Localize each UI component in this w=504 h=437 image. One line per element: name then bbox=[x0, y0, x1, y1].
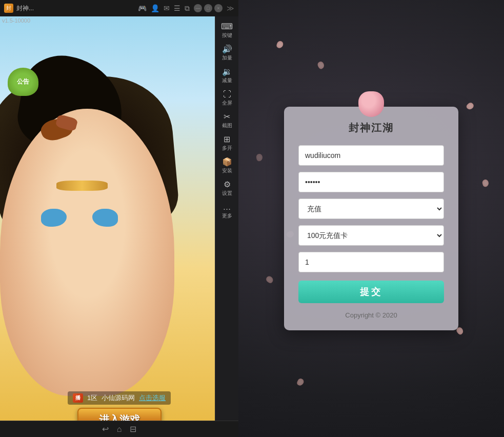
multiopen-icon: ⊞ bbox=[224, 135, 230, 144]
right-toolbar: ⌨ 按键 🔊 加量 🔉 减量 ⛶ 全屏 ✂ 截图 ⊞ 多开 📦 安装 ⚙ bbox=[215, 16, 238, 437]
volume-down-icon: 🔉 bbox=[222, 68, 232, 76]
copyright-text: Copyright © 2020 bbox=[298, 311, 444, 319]
toolbar-multiopen[interactable]: ⊞ 多开 bbox=[217, 132, 237, 155]
bottom-controls: ↩ ⌂ ⊟ bbox=[0, 421, 238, 437]
more-label: 更多 bbox=[222, 212, 232, 220]
right-panel: 封神江湖 充值 消费 转账 100元充值卡 50元充值卡 30元充值卡 10元充… bbox=[238, 0, 504, 437]
window-controls: 🎮 👤 ✉ ☰ ⧉ — □ × ≫ bbox=[138, 4, 234, 13]
menu-icon[interactable]: ☰ bbox=[174, 4, 180, 13]
volume-up-label: 加量 bbox=[222, 54, 232, 62]
type-select-group: 充值 消费 转账 bbox=[298, 198, 444, 219]
gamepad-icon[interactable]: 🎮 bbox=[138, 4, 147, 13]
close-button[interactable]: × bbox=[214, 4, 223, 12]
toolbar-more[interactable]: … 更多 bbox=[217, 200, 237, 223]
toolbar-settings[interactable]: ⚙ 设置 bbox=[217, 177, 237, 200]
install-icon: 📦 bbox=[222, 158, 232, 166]
keyboard-label: 按键 bbox=[222, 32, 232, 39]
character-art bbox=[0, 98, 238, 396]
server-action-link[interactable]: 点击选服 bbox=[139, 393, 166, 403]
install-label: 安装 bbox=[222, 167, 232, 174]
submit-button[interactable]: 提交 bbox=[298, 281, 444, 303]
screenshot-icon: ✂ bbox=[224, 113, 230, 121]
deco-circle bbox=[358, 91, 384, 117]
password-input[interactable] bbox=[298, 172, 444, 192]
keyboard-icon: ⌨ bbox=[221, 23, 233, 31]
expand-icon[interactable]: ≫ bbox=[227, 4, 234, 13]
fullscreen-label: 全屏 bbox=[222, 100, 232, 107]
toolbar-fullscreen[interactable]: ⛶ 全屏 bbox=[217, 87, 237, 110]
emulator-window: 封 封神... 🎮 👤 ✉ ☰ ⧉ — □ × ≫ v1.5-10000 bbox=[0, 0, 238, 437]
toolbar-screenshot[interactable]: ✂ 截图 bbox=[217, 110, 237, 132]
mail-icon[interactable]: ✉ bbox=[164, 4, 170, 13]
multiopen-label: 多开 bbox=[222, 145, 232, 152]
toolbar-keyboard[interactable]: ⌨ 按键 bbox=[217, 19, 237, 42]
back-button[interactable]: ↩ bbox=[102, 424, 109, 434]
toolbar-install[interactable]: 📦 安装 bbox=[217, 155, 237, 177]
form-card: 封神江湖 充值 消费 转账 100元充值卡 50元充值卡 30元充值卡 10元充… bbox=[284, 107, 458, 330]
game-viewport: 公告 播 1区 小仙源码网 点击选服 进入游戏 切换账号 bbox=[0, 16, 238, 437]
settings-label: 设置 bbox=[222, 190, 232, 197]
server-info: 播 1区 小仙源码网 点击选服 bbox=[68, 391, 171, 405]
announce-text: 公告 bbox=[17, 78, 29, 85]
password-group bbox=[298, 172, 444, 192]
maximize-button[interactable]: □ bbox=[204, 4, 212, 12]
user-icon[interactable]: 👤 bbox=[151, 4, 159, 13]
forehead-ornament bbox=[56, 181, 108, 191]
username-input[interactable] bbox=[298, 145, 444, 166]
screenshot-label: 截图 bbox=[222, 122, 232, 129]
toolbar-volume-down[interactable]: 🔉 减量 bbox=[217, 65, 237, 87]
volume-up-icon: 🔊 bbox=[222, 45, 232, 53]
char-eye-right bbox=[92, 209, 118, 227]
settings-icon: ⚙ bbox=[224, 181, 231, 189]
quantity-input[interactable] bbox=[298, 252, 444, 272]
username-group bbox=[298, 145, 444, 166]
more-icon: … bbox=[223, 203, 231, 211]
volume-down-label: 减量 bbox=[222, 77, 232, 84]
app-icon: 封 bbox=[4, 4, 13, 13]
server-badge: 播 bbox=[73, 393, 83, 403]
window-title: 封神... bbox=[16, 4, 135, 13]
server-name: 小仙源码网 bbox=[102, 393, 135, 403]
home-button[interactable]: ⌂ bbox=[117, 425, 122, 434]
card-select[interactable]: 100元充值卡 50元充值卡 30元充值卡 10元充值卡 bbox=[298, 225, 444, 246]
title-bar: 封 封神... 🎮 👤 ✉ ☰ ⧉ — □ × ≫ bbox=[0, 0, 238, 16]
apps-button[interactable]: ⊟ bbox=[130, 424, 136, 434]
toolbar-volume-up[interactable]: 🔊 加量 bbox=[217, 42, 237, 65]
char-face bbox=[0, 109, 174, 396]
server-number: 1区 bbox=[87, 393, 97, 403]
quantity-group bbox=[298, 252, 444, 272]
card-select-group: 100元充值卡 50元充值卡 30元充值卡 10元充值卡 bbox=[298, 225, 444, 246]
minimize-button[interactable]: — bbox=[194, 4, 202, 12]
form-title: 封神江湖 bbox=[298, 121, 444, 135]
fullscreen-icon: ⛶ bbox=[223, 90, 231, 98]
type-select[interactable]: 充值 消费 转账 bbox=[298, 198, 444, 219]
deco-top bbox=[358, 91, 384, 117]
version-label: v1.5-10000 bbox=[2, 17, 30, 24]
multi-icon[interactable]: ⧉ bbox=[185, 4, 190, 13]
announce-badge[interactable]: 公告 bbox=[8, 68, 38, 96]
